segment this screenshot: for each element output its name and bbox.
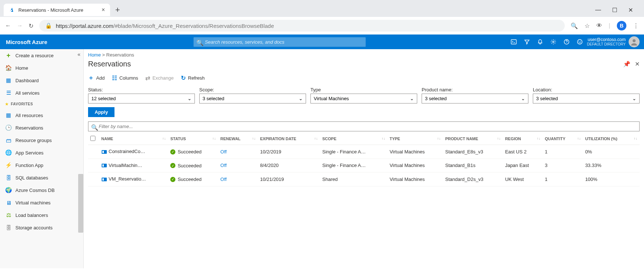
- window-close-icon[interactable]: ✕: [628, 7, 633, 14]
- col-region[interactable]: REGION↑↓: [503, 133, 542, 145]
- cell-utilization: 100%: [583, 172, 640, 186]
- browser-actions: 🔍 ☆ 👁 | B ⋮: [571, 21, 639, 30]
- name-filter-input[interactable]: [88, 121, 640, 131]
- col-label: UTILIZATION (%): [585, 137, 618, 141]
- col-product[interactable]: PRODUCT NAME↑↓: [443, 133, 503, 145]
- apply-button[interactable]: Apply: [88, 107, 114, 117]
- reload-button-icon[interactable]: ↻: [29, 22, 33, 29]
- pin-icon[interactable]: 📌: [623, 61, 630, 68]
- settings-icon[interactable]: [550, 39, 556, 45]
- select-all-checkbox[interactable]: [90, 136, 95, 141]
- directory-filter-icon[interactable]: [524, 39, 530, 45]
- close-blade-icon[interactable]: ✕: [635, 61, 640, 68]
- sort-icon: ↑↓: [314, 137, 318, 141]
- scrollbar-thumb[interactable]: [78, 174, 83, 233]
- cloud-shell-icon[interactable]: [511, 39, 517, 45]
- azure-search: 🔍: [193, 37, 366, 47]
- new-tab-button[interactable]: +: [115, 5, 120, 15]
- add-button[interactable]: ＋Add: [88, 74, 105, 82]
- sidebar-item-resource-groups[interactable]: 🗃Resource groups: [0, 134, 83, 146]
- scope-select[interactable]: 3 selected⌄: [199, 94, 306, 103]
- sidebar-all-services[interactable]: ☰ All services: [0, 87, 83, 99]
- col-renewal[interactable]: RENEWAL↑↓: [218, 133, 258, 145]
- sidebar-item-azure-cosmos-db[interactable]: 🌍Azure Cosmos DB: [0, 184, 83, 196]
- azure-search-input[interactable]: [193, 37, 366, 47]
- filter-label: Product name:: [422, 87, 528, 92]
- plus-icon: ＋: [88, 74, 94, 82]
- window-minimize-icon[interactable]: —: [595, 7, 601, 14]
- col-utilization[interactable]: UTILIZATION (%)↑↓: [583, 133, 640, 145]
- chevron-down-icon: ⌄: [521, 96, 525, 101]
- browser-chrome: Reservations - Microsoft Azure × + — ☐ ✕…: [0, 0, 644, 34]
- browser-tab[interactable]: Reservations - Microsoft Azure ×: [4, 4, 110, 16]
- reservation-icon: [101, 163, 107, 168]
- sidebar-item-reservations[interactable]: 🕒Reservations: [0, 121, 83, 134]
- exchange-icon: ⇄: [145, 74, 150, 81]
- cell-name: VM_Reservatio…: [109, 176, 146, 182]
- location-select[interactable]: 3 selected⌄: [533, 94, 640, 103]
- col-type[interactable]: TYPE↑↓: [388, 133, 443, 145]
- address-bar: ← → ↻ 🔒 https://portal.azure.com/#blade/…: [0, 17, 644, 34]
- cell-renewal[interactable]: Off: [221, 149, 227, 155]
- cell-expiration: 10/2/2019: [258, 145, 320, 159]
- azure-user-area[interactable]: user@contoso.com DEFAULT DIRECTORY: [587, 36, 644, 47]
- columns-button[interactable]: ☷Columns: [112, 74, 138, 81]
- col-quantity[interactable]: QUANTITY↑↓: [543, 133, 583, 145]
- breadcrumb-home[interactable]: Home: [88, 52, 101, 58]
- sidebar-item-storage-accounts[interactable]: 🗄Storage accounts: [0, 221, 83, 234]
- cell-type: Virtual Machines: [388, 172, 443, 186]
- col-name[interactable]: NAME↑↓: [99, 133, 168, 145]
- incognito-icon[interactable]: 👁: [596, 22, 602, 29]
- sidebar-item-app-services[interactable]: 🌐App Services: [0, 146, 83, 159]
- back-button-icon[interactable]: ←: [5, 22, 11, 29]
- url-box[interactable]: 🔒 https://portal.azure.com/#blade/Micros…: [39, 20, 565, 32]
- list-icon: ☰: [5, 90, 12, 96]
- filter-label: Location:: [533, 87, 640, 92]
- refresh-button[interactable]: ↻Refresh: [181, 74, 205, 81]
- cell-renewal[interactable]: Off: [221, 163, 227, 168]
- sidebar-item-load-balancers[interactable]: ⚖Load balancers: [0, 209, 83, 221]
- cell-product: Standard_E8s_v3: [443, 145, 503, 159]
- breadcrumb-current: Reservations: [106, 52, 134, 58]
- product-select[interactable]: 3 selected⌄: [422, 94, 528, 103]
- table-row[interactable]: VM_Reservatio… ✓Succeeded Off 10/21/2019…: [88, 172, 640, 186]
- help-icon[interactable]: [564, 39, 570, 45]
- table-row[interactable]: ConstrainedCo… ✓Succeeded Off 10/2/2019 …: [88, 145, 640, 159]
- user-email: user@contoso.com: [587, 37, 626, 42]
- sidebar-label: Create a resource: [15, 53, 54, 58]
- zoom-icon[interactable]: 🔍: [571, 22, 578, 29]
- sidebar-home[interactable]: 🏠 Home: [0, 62, 83, 74]
- sidebar-item-all-resources[interactable]: ▦All resources: [0, 109, 83, 121]
- feedback-icon[interactable]: [577, 39, 583, 45]
- toolbar: ＋Add ☷Columns ⇄Exchange ↻Refresh: [88, 74, 640, 82]
- sidebar-item-virtual-machines[interactable]: 🖥Virtual machines: [0, 196, 83, 209]
- sidebar-create-resource[interactable]: + Create a resource: [0, 49, 83, 62]
- sidebar-label: Home: [15, 65, 28, 71]
- user-avatar-icon[interactable]: [629, 36, 640, 47]
- bookmark-icon[interactable]: ☆: [585, 22, 590, 29]
- cell-type: Virtual Machines: [388, 145, 443, 159]
- sidebar-collapse-icon[interactable]: «: [77, 51, 80, 57]
- notifications-icon[interactable]: [537, 39, 543, 45]
- sidebar-item-sql-databases[interactable]: 🗄SQL databases: [0, 171, 83, 184]
- table-row[interactable]: VirtualMachin… ✓Succeeded Off 8/4/2020 S…: [88, 159, 640, 172]
- azure-brand[interactable]: Microsoft Azure: [0, 39, 53, 45]
- window-maximize-icon[interactable]: ☐: [612, 7, 617, 14]
- sidebar-dashboard[interactable]: ▦ Dashboard: [0, 74, 83, 87]
- lock-icon: 🔒: [45, 22, 52, 29]
- filter-value: 12 selected: [91, 96, 116, 101]
- tab-title: Reservations - Microsoft Azure: [18, 7, 83, 13]
- cell-renewal[interactable]: Off: [221, 177, 227, 182]
- browser-menu-icon[interactable]: ⋮: [633, 22, 639, 29]
- sidebar-item-function-app[interactable]: ⚡Function App: [0, 159, 83, 171]
- status-select[interactable]: 12 selected⌄: [88, 94, 195, 103]
- browser-user-badge[interactable]: B: [617, 21, 626, 30]
- type-select[interactable]: Virtual Machines⌄: [310, 94, 417, 103]
- cell-quantity: 1: [543, 145, 583, 159]
- col-scope[interactable]: SCOPE↑↓: [320, 133, 387, 145]
- col-status[interactable]: STATUS↑↓: [168, 133, 218, 145]
- tab-close-icon[interactable]: ×: [102, 7, 105, 13]
- toolbar-label: Refresh: [188, 75, 205, 81]
- service-icon: 🖥: [5, 199, 12, 206]
- col-expiration[interactable]: EXPIRATION DATE↑↓: [258, 133, 320, 145]
